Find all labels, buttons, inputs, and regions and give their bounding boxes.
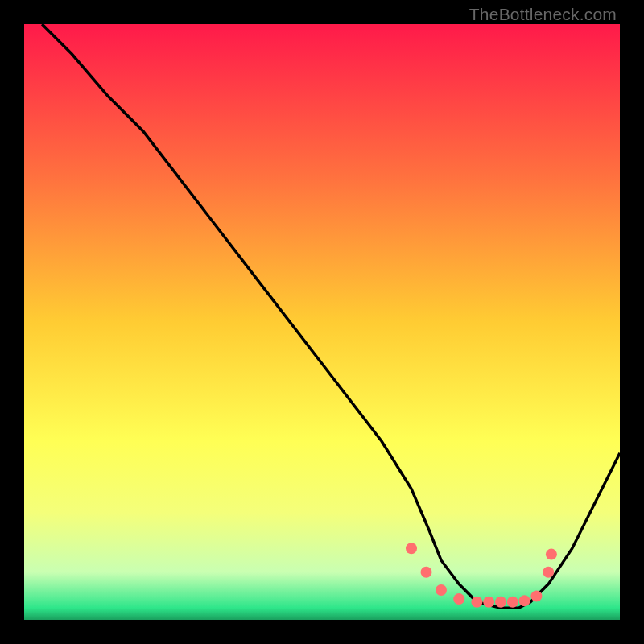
highlight-markers [406, 543, 557, 608]
marker-point [406, 543, 417, 554]
marker-point [453, 593, 464, 605]
marker-point [436, 584, 447, 596]
marker-point [530, 590, 542, 601]
chart-svg [24, 24, 620, 620]
marker-point [546, 549, 557, 560]
marker-point [507, 597, 518, 608]
marker-point [471, 597, 482, 608]
marker-point [519, 595, 530, 606]
marker-point [483, 597, 494, 608]
marker-point [543, 567, 554, 578]
marker-point [495, 597, 506, 608]
watermark-text: TheBottleneck.com [469, 5, 617, 24]
marker-point [421, 567, 432, 578]
chart-frame [24, 24, 620, 620]
bottleneck-curve [42, 24, 620, 608]
